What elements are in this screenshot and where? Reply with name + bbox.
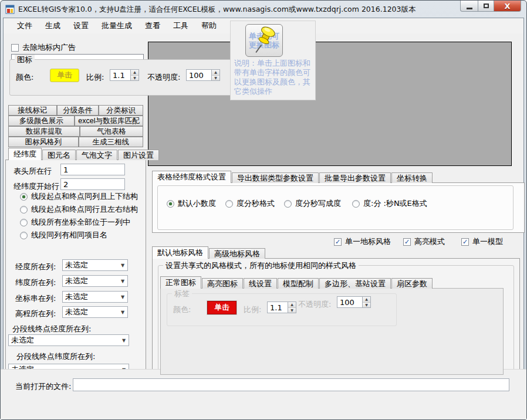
change-icon-button[interactable]: 单击此可更换图标 <box>245 24 283 57</box>
tab-line-settings[interactable]: 线设置 <box>244 278 277 289</box>
tab-advanced-landmark-style[interactable]: 高级地标风格 <box>209 248 265 259</box>
menu-item-view[interactable]: 查看 <box>138 19 167 33</box>
remove-ad-checkbox[interactable]: 去除地标内广告 <box>11 42 76 53</box>
radio-label: 线段同列有相同项目名 <box>31 230 107 241</box>
left-tabstrip: 经纬度 图元名 气泡文字 图片设置 <box>8 148 160 160</box>
tab-lonlat[interactable]: 经纬度 <box>8 148 42 160</box>
spin-up-icon[interactable]: ▲ <box>131 70 138 76</box>
menu-item-generate[interactable]: 生成 <box>39 19 67 33</box>
icon-opacity-spinner[interactable]: 100 ▲▼ <box>186 69 220 81</box>
checkbox-label: 单一地标风格 <box>345 236 391 247</box>
db-extract-button[interactable]: 数据库提取 <box>8 126 80 137</box>
menu-item-settings[interactable]: 设置 <box>67 19 95 33</box>
line-mark-button[interactable]: 接线标记 <box>8 105 57 116</box>
menu-item-tools[interactable]: 工具 <box>167 19 195 33</box>
radio-decimal-degree[interactable]: 默认小数度 <box>167 198 216 209</box>
lat-col-select[interactable]: 未选定 ▼ <box>62 275 128 287</box>
label-scale-spinner[interactable]: 1.1 ▲▼ <box>267 302 296 313</box>
checkbox-label: 高亮模式 <box>414 236 445 247</box>
radio-dot-icon <box>20 219 28 226</box>
icon-scale-spinner[interactable]: 1.1 ▲▼ <box>110 69 139 81</box>
spin-down-icon[interactable]: ▼ <box>212 76 219 81</box>
radio-label: 度分秒写成度 <box>295 198 341 209</box>
seg-end-lon-select[interactable]: 未选定 ▼ <box>8 334 129 346</box>
menu-item-batch-generate[interactable]: 批量生成 <box>95 19 138 33</box>
radio-dms-format[interactable]: 度分秒格式 <box>225 198 275 209</box>
highlight-mode-checkbox[interactable]: ✓ 高亮模式 <box>403 236 445 247</box>
tab-highlight-icon[interactable]: 高亮图标 <box>202 278 243 289</box>
radio-label: 线段所有坐标全部位于一列中 <box>31 217 130 228</box>
header-row-input[interactable] <box>60 164 125 175</box>
tab-default-landmark-style[interactable]: 默认地标风格 <box>152 246 208 259</box>
radio-dms-as-degree[interactable]: 度分秒写成度 <box>284 198 341 209</box>
tab-batch-export-params[interactable]: 批量导出参数设置 <box>319 172 391 183</box>
icon-groupbox: 图标 颜色: 单击 比例: 1.1 ▲▼ 不透明度: 100 ▲▼ <box>9 59 239 96</box>
spin-up-icon[interactable]: ▲ <box>288 302 296 308</box>
spin-down-icon[interactable]: ▼ <box>363 303 370 308</box>
header-row-label: 表头所在行 <box>13 166 52 177</box>
lon-col-label: 经度所在列: <box>15 262 56 272</box>
tab-lonlat-format[interactable]: 表格经纬度格式设置 <box>152 171 231 183</box>
icon-opacity-label: 不透明度: <box>147 72 180 83</box>
icon-style-column-button[interactable]: 图标风格列 <box>8 137 79 147</box>
radio-dot-icon <box>20 232 28 239</box>
excel-db-match-button[interactable]: excel与数据库匹配 <box>75 116 143 126</box>
tab-coord-convert[interactable]: 坐标转换 <box>391 172 433 183</box>
chevron-down-icon: ▼ <box>118 294 127 300</box>
label-color-label: 颜色: <box>173 304 191 315</box>
spinner-value: 100 <box>337 296 362 308</box>
radio-segment-same-row[interactable]: 线段起点和终点同行且左右结构 <box>20 204 138 215</box>
tab-sector-params[interactable]: 扇区参数 <box>391 278 433 289</box>
checkbox-check-icon: ✓ <box>403 238 411 246</box>
label-color-button[interactable]: 单击 <box>207 301 237 314</box>
spin-up-icon[interactable]: ▲ <box>212 70 219 76</box>
spin-down-icon[interactable]: ▼ <box>131 76 138 81</box>
title-bar[interactable]: EXCEL转GIS专家10.0，支持U盘注册，适合任何EXCEL模板，www.n… <box>1 1 526 18</box>
multilevel-color-button[interactable]: 多级颜色展示 <box>8 116 75 126</box>
spinner-updown[interactable]: ▲▼ <box>362 296 371 308</box>
spinner-updown[interactable]: ▲▼ <box>211 69 220 81</box>
radio-segment-same-col[interactable]: 线段起点和终点同列且上下结构 <box>20 191 138 202</box>
spinner-updown[interactable]: ▲▼ <box>130 69 139 81</box>
maximize-icon <box>484 4 489 8</box>
tab-normal-icon[interactable]: 正常图标 <box>160 276 201 289</box>
icon-scale-label: 比例: <box>86 72 104 83</box>
radio-label: 默认小数度 <box>178 198 216 209</box>
label-opacity-spinner[interactable]: 100 ▲▼ <box>337 296 371 308</box>
three-phase-line-button[interactable]: 生成三相线 <box>79 137 143 147</box>
menu-item-help[interactable]: 帮助 <box>195 19 223 33</box>
single-model-checkbox[interactable]: ✓ 单一模型 <box>461 236 503 247</box>
spin-up-icon[interactable]: ▲ <box>363 297 370 303</box>
icon-color-button[interactable]: 单击 <box>50 69 79 82</box>
combo-value: 未选定 <box>63 292 118 302</box>
radio-dot-icon <box>284 200 292 208</box>
start-row-input[interactable] <box>60 178 125 190</box>
menu-item-file[interactable]: 文件 <box>11 19 39 33</box>
radio-dot-icon <box>20 193 28 201</box>
checkbox-box-icon <box>11 44 19 52</box>
spinner-value: 1.1 <box>110 69 130 81</box>
classify-mark-button[interactable]: 分类标识 <box>99 105 143 116</box>
tab-element-name[interactable]: 图元名 <box>42 150 76 160</box>
coord-string-col-select[interactable]: 未选定 ▼ <box>62 291 128 303</box>
bubble-table-button[interactable]: 气泡表格 <box>80 126 143 137</box>
tab-model-config[interactable]: 模型配制 <box>278 278 319 289</box>
radio-all-coords-one-col[interactable]: 线段所有坐标全部位于一列中 <box>20 217 130 228</box>
chevron-down-icon: ▼ <box>118 310 127 315</box>
tab-picture-settings[interactable]: 图片设置 <box>118 150 159 160</box>
spinner-updown[interactable]: ▲▼ <box>288 302 296 313</box>
radio-same-project-name[interactable]: 线段同列有相同项目名 <box>20 230 107 241</box>
elevation-col-select[interactable]: 未选定 ▼ <box>62 306 128 318</box>
maximize-button[interactable] <box>478 1 494 12</box>
single-landmark-style-checkbox[interactable]: ✓ 单一地标风格 <box>334 236 391 247</box>
minimize-button[interactable] <box>460 1 478 12</box>
close-button[interactable]: X <box>494 1 521 12</box>
tab-polygon-basestation[interactable]: 多边形、基站设置 <box>319 278 391 289</box>
current-file-input[interactable] <box>73 378 509 391</box>
tab-bubble-text[interactable]: 气泡文字 <box>76 150 117 160</box>
tab-export-type-params[interactable]: 导出数据类型参数设置 <box>232 172 319 183</box>
lon-col-select[interactable]: 未选定 ▼ <box>62 259 128 271</box>
grade-condition-button[interactable]: 分级条件 <box>57 105 99 116</box>
radio-dms-ne-format[interactable]: 度:分 :秒N或E格式 <box>352 198 427 209</box>
spin-down-icon[interactable]: ▼ <box>288 308 296 313</box>
